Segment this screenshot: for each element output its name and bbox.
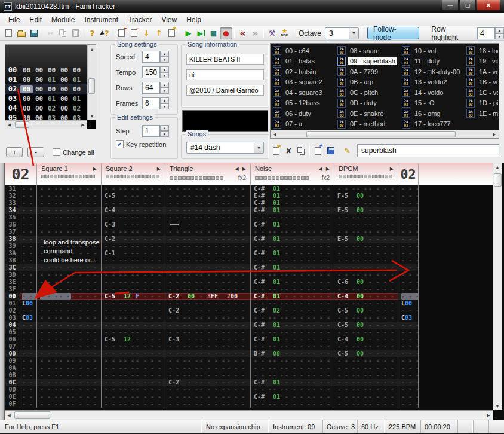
cell-sq2[interactable]: - - -- --- - - <box>102 329 165 336</box>
cell-dpcm[interactable]: - - -- --- - - <box>334 343 398 350</box>
cell-tri[interactable]: - - -- --- - -- - - <box>165 257 251 264</box>
cell-dpcm[interactable]: - - -- --- - - <box>334 300 398 307</box>
rows-value[interactable] <box>142 82 160 94</box>
change-all-checkbox[interactable]: Change all <box>53 148 94 156</box>
scroll-right-icon[interactable]: ▶ <box>484 411 493 420</box>
cell-sq1[interactable]: - - -- --- - - <box>37 192 102 200</box>
help-icon[interactable]: ? <box>86 27 99 39</box>
chevron-down-icon[interactable]: ▼ <box>349 28 358 39</box>
new-file-icon[interactable] <box>2 27 15 39</box>
frame-gutter-right[interactable]: - - - <box>398 336 419 343</box>
spin-buttons[interactable]: ▲▼ <box>160 66 169 78</box>
save-instrument-icon[interactable] <box>324 145 337 157</box>
instrument-item-03[interactable]: 2A0303 - square2 <box>271 77 336 87</box>
cell-noise[interactable]: - - -- --- - -- - - <box>251 343 334 350</box>
menu-module[interactable]: Module <box>47 14 79 25</box>
cell-dpcm[interactable]: - - -- --- - - <box>334 379 398 386</box>
scroll-thumb[interactable] <box>88 78 95 94</box>
frame-gutter-left[interactable]: - - - <box>20 379 37 386</box>
frame-gutter-right[interactable]: - - - <box>398 185 419 192</box>
frame-gutter-left[interactable]: L00 <box>20 300 37 307</box>
open-file-icon[interactable] <box>15 27 27 39</box>
frame-vscrollbar[interactable]: ▲ ▼ <box>87 45 96 120</box>
cell-tri[interactable]: - - -- --- - -- - - <box>165 214 251 221</box>
cell-sq1[interactable]: - - -- --- - - <box>37 322 102 329</box>
frame-row-01[interactable]: 010000010001 <box>5 75 87 84</box>
cell-sq2[interactable]: - - -- --- - - <box>102 386 165 393</box>
play-pattern-icon[interactable]: ▶ <box>195 27 207 39</box>
instrument-item-12[interactable]: 2A0312 - □K-duty-00 <box>400 66 465 77</box>
cell-sq1[interactable]: - - -- --- - - <box>37 228 102 236</box>
frame-gutter-right[interactable]: - - - <box>398 200 419 207</box>
pattern-left-gripper[interactable] <box>0 163 5 420</box>
cell-tri[interactable]: - - -- --- - -- - - <box>165 372 251 379</box>
tempo-value[interactable] <box>142 66 160 78</box>
cell-sq1[interactable]: - - -- --- - - <box>37 207 102 214</box>
channel-header-sq2[interactable]: Square 2▶ <box>102 163 165 185</box>
remove-instrument-icon[interactable]: ✘ <box>282 145 295 157</box>
cell-noise[interactable]: C-#01-- - -- - - <box>251 279 334 286</box>
speed-value[interactable] <box>142 51 160 63</box>
channel-header-noise[interactable]: Noise◀ ▶fx2 <box>251 163 334 185</box>
cell-tri[interactable]: C-2- --- - -- - - <box>165 307 251 314</box>
cell-dpcm[interactable]: C-400-- - - <box>334 336 398 343</box>
row-highlight-spinner[interactable]: ▲▼ <box>477 27 504 39</box>
cell-dpcm[interactable]: - - -- --- - - <box>334 386 398 393</box>
cell-noise[interactable]: C-#02-- - -- - - <box>251 307 334 314</box>
cell-tri[interactable]: - - -- --- - -- - - <box>165 393 251 401</box>
clone-instrument-icon[interactable] <box>295 145 308 157</box>
cell-dpcm[interactable]: - - -- --- - - <box>334 271 398 279</box>
frame-gutter-right[interactable]: - - - <box>398 279 419 286</box>
load-instrument-icon[interactable]: ↱ <box>312 145 324 157</box>
frame-gutter-left[interactable]: - - - <box>20 264 37 271</box>
play-icon[interactable]: ▶ <box>182 27 195 39</box>
duplicate-frame-icon[interactable]: ✶ <box>165 27 178 39</box>
cell-tri[interactable]: C-3- --- - -- - - <box>165 336 251 343</box>
copy-icon[interactable] <box>57 27 69 39</box>
frame-hscrollbar[interactable]: ◀ ▶ <box>5 120 87 129</box>
instrument-item-0C[interactable]: 2A030C - pitch <box>336 87 400 97</box>
frame-gutter-left[interactable]: - - - <box>20 257 37 264</box>
instrument-hscrollbar[interactable]: ◀ ▶ <box>271 130 499 138</box>
song-name-field[interactable] <box>186 54 264 65</box>
menu-help[interactable]: Help <box>182 14 206 25</box>
cell-noise[interactable]: C-#01-- - -- - - <box>251 221 334 228</box>
frame-gutter-left[interactable]: - - - <box>20 293 37 300</box>
spin-buttons[interactable]: ▲▼ <box>160 82 169 94</box>
speed-spinner[interactable]: ▲▼ <box>142 51 169 63</box>
cell-tri[interactable]: C-200-3FF200 <box>165 293 251 300</box>
cell-dpcm[interactable]: - - -- --- - - <box>334 286 398 293</box>
cell-noise[interactable]: C-#01-- - -- - - <box>251 264 334 271</box>
cell-noise[interactable]: - - -- --- - -- - - <box>251 257 334 264</box>
cell-sq1[interactable]: - - -- --- - - <box>37 214 102 221</box>
frame-gutter-left[interactable]: - - - <box>20 336 37 343</box>
cell-noise[interactable]: C-#01-- - -- - - <box>251 379 334 386</box>
song-select[interactable]: #14 dash ▼ <box>186 142 264 154</box>
frames-value[interactable] <box>142 97 160 109</box>
frame-gutter-right[interactable]: - - - <box>398 307 419 314</box>
cell-noise[interactable]: - - -- --- - -- - - <box>251 386 334 393</box>
frame-row-04[interactable]: 040000020002 <box>5 103 87 113</box>
frame-gutter-right[interactable]: - - - <box>398 343 419 350</box>
menu-view[interactable]: View <box>156 14 182 25</box>
cell-sq2[interactable]: - - -- --- - - <box>102 322 165 329</box>
frame-gutter-right[interactable]: - - - <box>398 214 419 221</box>
instrument-item-17[interactable]: 2A0317 - loco777 <box>400 119 465 129</box>
spin-up-icon[interactable]: ▲ <box>160 125 169 131</box>
cell-dpcm[interactable]: - - -- --- - - <box>334 228 398 236</box>
cell-tri[interactable]: - - -- --- - -- - - <box>165 264 251 271</box>
cell-tri[interactable]: - - -- --- - -- - - <box>165 329 251 336</box>
instrument-item-0F[interactable]: 2A030F - method <box>336 119 400 129</box>
song-author-field[interactable] <box>186 69 264 80</box>
frame-gutter-right[interactable]: - - - <box>398 207 419 214</box>
cell-dpcm[interactable]: - - -- --- - - <box>334 264 398 271</box>
scroll-thumb[interactable] <box>306 131 456 137</box>
collapse-expand-icons[interactable]: ◀ ▶ <box>235 166 247 172</box>
paste-icon[interactable] <box>69 27 82 39</box>
frame-gutter-left[interactable]: - - - <box>20 393 37 401</box>
cell-sq1[interactable]: - - -- --- - - <box>37 357 102 365</box>
instrument-item-18[interactable]: 2A0318 - loco <box>465 45 498 56</box>
cell-sq2[interactable]: C-5- --- - - <box>102 192 165 200</box>
cell-noise[interactable]: - - -- --- - -- - - <box>251 314 334 322</box>
cell-sq1[interactable]: - - -- --- - - <box>37 372 102 379</box>
